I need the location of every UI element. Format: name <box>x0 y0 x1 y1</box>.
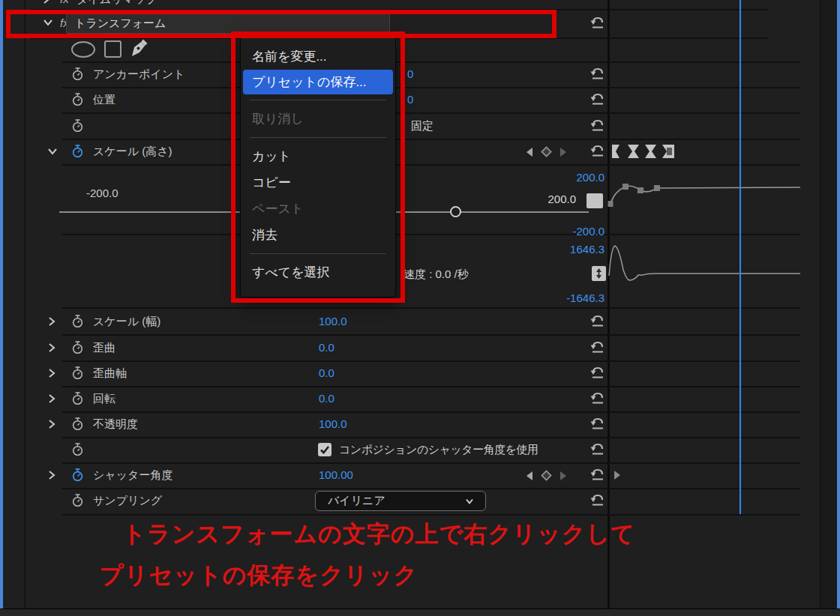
reset-icon[interactable] <box>590 366 605 379</box>
menu-item-select-all[interactable]: すべてを選択 <box>241 259 395 286</box>
property-value[interactable]: 100.00 <box>319 466 353 484</box>
property-row-rotation: 回転 0.0 <box>0 390 608 408</box>
chevron-down-icon[interactable] <box>42 17 54 28</box>
reset-icon[interactable] <box>590 314 605 327</box>
menu-item-clear[interactable]: 消去 <box>241 222 395 248</box>
reset-icon[interactable] <box>590 92 605 106</box>
stopwatch-icon[interactable] <box>71 366 84 381</box>
property-value[interactable]: 0 <box>407 65 413 83</box>
chevron-right-icon[interactable] <box>41 0 52 5</box>
stopwatch-icon[interactable] <box>71 417 84 432</box>
row-separator <box>62 488 800 489</box>
property-label: 歪曲軸 <box>93 364 127 382</box>
right-gutter <box>820 0 837 616</box>
menu-item-copy[interactable]: コピー <box>241 169 395 196</box>
pen-mask-icon[interactable] <box>129 38 148 59</box>
reset-icon[interactable] <box>590 391 605 405</box>
annotation-text-line1: トランスフォームの文字の上で右クリックして <box>122 519 635 550</box>
velocity-max-label: 1646.3 <box>525 243 604 256</box>
stopwatch-icon[interactable] <box>71 493 84 508</box>
property-label: アンカーポイント <box>93 65 184 83</box>
effect-controls-panel: fx タイムリマップ fx トランスフォーム <box>0 0 840 616</box>
property-label: 位置 <box>93 91 116 109</box>
property-value[interactable]: 0.0 <box>319 390 334 408</box>
reset-icon[interactable] <box>590 493 605 507</box>
property-row-opacity: 不透明度 100.0 <box>0 415 608 433</box>
property-row-sampling: サンプリング バイリニア <box>0 491 608 509</box>
next-keyframe-icon[interactable] <box>560 147 568 157</box>
add-keyframe-icon[interactable] <box>540 469 553 482</box>
reset-icon[interactable] <box>590 442 605 456</box>
playhead[interactable] <box>740 0 741 514</box>
stopwatch-icon[interactable] <box>71 442 84 457</box>
property-value[interactable]: 100.0 <box>319 415 347 433</box>
menu-item-save-preset[interactable]: プリセットの保存... <box>243 70 393 94</box>
property-value[interactable]: 0.0 <box>319 364 334 382</box>
ellipse-mask-icon[interactable] <box>71 41 95 58</box>
menu-separator <box>250 253 386 254</box>
row-separator <box>30 9 768 10</box>
prev-keyframe-icon[interactable] <box>525 471 533 481</box>
stopwatch-icon-active[interactable] <box>71 468 84 483</box>
chevron-right-icon[interactable] <box>46 367 57 379</box>
reset-icon[interactable] <box>590 118 605 132</box>
reset-icon[interactable] <box>590 417 605 430</box>
keyframe-icon <box>612 145 620 158</box>
property-row-skew-axis: 歪曲軸 0.0 <box>0 364 608 382</box>
stopwatch-icon-active[interactable] <box>71 144 84 159</box>
keyframe-icon <box>628 145 639 158</box>
stopwatch-icon[interactable] <box>71 340 84 355</box>
chevron-right-icon[interactable] <box>46 469 57 481</box>
property-row-scale-height: スケール (高さ) <box>0 142 820 160</box>
prev-keyframe-icon[interactable] <box>525 147 533 157</box>
panel-left-focus-border <box>0 0 3 616</box>
checkbox-checked[interactable] <box>318 443 332 456</box>
reset-icon[interactable] <box>590 340 605 354</box>
chevron-down-icon[interactable] <box>46 146 58 157</box>
timeline-next-keyframe-icon[interactable] <box>614 470 622 480</box>
property-value[interactable]: 0.0 <box>319 339 334 357</box>
panel-right-focus-border <box>837 0 840 616</box>
row-separator <box>62 360 800 362</box>
reset-icon[interactable] <box>590 67 605 80</box>
keyframe-icon <box>645 145 656 158</box>
chevron-right-icon[interactable] <box>46 342 57 354</box>
value-slider-handle[interactable] <box>450 206 461 217</box>
graph-keyframe-icon <box>622 184 628 190</box>
value-graph-toggle-icon[interactable] <box>586 193 603 208</box>
keyframe-navigator <box>525 469 568 482</box>
stopwatch-icon[interactable] <box>71 118 84 133</box>
graph-keyframe-icon <box>638 187 644 193</box>
chevron-right-icon[interactable] <box>46 418 57 430</box>
stopwatch-icon[interactable] <box>71 391 84 406</box>
graph-keyframe-icon <box>608 201 614 207</box>
current-value[interactable]: 200.0 <box>495 193 576 205</box>
menu-item-rename[interactable]: 名前を変更... <box>241 43 395 70</box>
menu-separator <box>250 137 386 138</box>
add-keyframe-icon[interactable] <box>540 145 553 158</box>
sampling-dropdown[interactable]: バイリニア <box>315 491 486 511</box>
reset-icon[interactable] <box>590 468 605 481</box>
menu-item-cut[interactable]: カット <box>241 143 395 169</box>
next-keyframe-icon[interactable] <box>560 471 568 481</box>
transform-name-field[interactable]: トランスフォーム <box>66 12 390 34</box>
velocity-min-label: -1646.3 <box>525 292 604 304</box>
chevron-down-icon <box>464 497 475 506</box>
row-separator <box>62 112 800 114</box>
stopwatch-icon[interactable] <box>71 314 84 329</box>
checkbox-label[interactable]: コンポジションのシャッター角度を使用 <box>339 441 538 459</box>
reset-icon[interactable] <box>590 16 605 29</box>
effect-name[interactable]: タイムリマップ <box>76 0 157 8</box>
property-value[interactable]: 100.0 <box>319 312 347 330</box>
stopwatch-icon[interactable] <box>71 67 84 82</box>
chevron-right-icon[interactable] <box>46 315 57 327</box>
velocity-graph-toggle-icon[interactable] <box>592 266 606 281</box>
chevron-right-icon[interactable] <box>46 393 57 405</box>
reset-icon[interactable] <box>590 144 605 157</box>
property-row-shutter-angle: シャッター角度 100.00 <box>0 466 820 484</box>
stopwatch-icon[interactable] <box>71 92 84 107</box>
rectangle-mask-icon[interactable] <box>104 40 122 58</box>
property-value[interactable]: 0 <box>407 91 413 109</box>
menu-item-paste: ペースト <box>241 196 395 222</box>
slider-min-label: -200.0 <box>86 187 118 199</box>
